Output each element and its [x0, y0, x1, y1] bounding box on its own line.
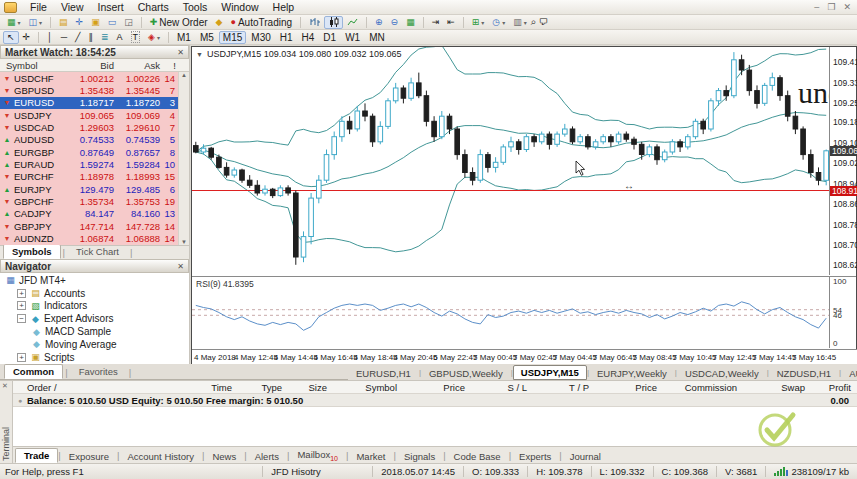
community-chat-icon[interactable]: 🗩	[539, 16, 549, 27]
menu-insert[interactable]: Insert	[91, 1, 131, 13]
tree-item-expert-advisors[interactable]: −◆Expert Advisors	[0, 312, 189, 325]
periods-dropdown-button[interactable]: ◷▾	[488, 16, 509, 29]
market-watch-close-icon[interactable]: ✕	[177, 48, 184, 57]
minimize-button[interactable]: –	[814, 2, 819, 12]
tree-item-accounts[interactable]: +▤Accounts	[0, 287, 189, 300]
timeframe-w1-button[interactable]: W1	[341, 31, 364, 44]
status-profile[interactable]: JFD Hisotry	[262, 466, 372, 477]
tree-item-scripts[interactable]: +▣Scripts	[0, 351, 189, 364]
terminal-column-commission[interactable]: Commission	[663, 382, 743, 393]
profiles-button[interactable]: ◫▾	[25, 16, 47, 29]
timeframe-m1-button[interactable]: M1	[173, 31, 195, 44]
terminal-tab-exposure[interactable]: Exposure	[61, 450, 117, 463]
fibonacci-tool-button[interactable]: ≣	[97, 31, 113, 44]
chart-tab-eurusd-h1[interactable]: EURUSD,H1	[348, 366, 419, 380]
terminal-close-icon[interactable]: ✕	[2, 382, 8, 390]
market-watch-row-gbpchf[interactable]: ▼GBPCHF1.357341.3575319	[0, 195, 189, 207]
terminal-column-type[interactable]: Type	[238, 382, 288, 393]
data-window-toggle-button[interactable]: ✛	[72, 16, 88, 29]
market-watch-row-cadjpy[interactable]: ▲CADJPY84.14784.16013	[0, 208, 189, 220]
text-tool-button[interactable]: A	[113, 31, 127, 44]
one-click-trading-icon[interactable]: ▼	[196, 51, 203, 58]
timeframe-m15-button[interactable]: M15	[219, 31, 246, 44]
market-watch-toggle-button[interactable]: ▤	[55, 16, 72, 29]
menu-charts[interactable]: Charts	[131, 1, 176, 13]
timeframe-d1-button[interactable]: D1	[319, 31, 340, 44]
chart-window[interactable]: ▼ USDJPY,M15 109.034 109.080 109.032 109…	[191, 46, 857, 364]
horizontal-line-tool-button[interactable]: ─	[57, 31, 71, 44]
chart-tab-nzdusd-h1[interactable]: NZDUSD,H1	[769, 366, 839, 380]
auto-scroll-button[interactable]: ⇥	[428, 16, 444, 29]
terminal-tab-news[interactable]: News	[204, 450, 244, 463]
tree-item-macd-sample[interactable]: ◆MACD Sample	[0, 325, 189, 338]
market-watch-row-usdcad[interactable]: ▼USDCAD1.296031.296107	[0, 121, 189, 133]
terminal-column-t-p[interactable]: T / P	[533, 382, 595, 393]
tree-item-jfd-mt4-[interactable]: ▦JFD MT4+	[0, 274, 189, 287]
market-watch-row-eurjpy[interactable]: ▲EURJPY129.479129.4856	[0, 183, 189, 195]
navigator-toggle-button[interactable]: ▣	[87, 16, 104, 29]
menu-view[interactable]: View	[54, 1, 91, 13]
market-watch-scrollbar[interactable]: ▲▼	[178, 72, 189, 245]
market-watch-row-eurgbp[interactable]: ▲EURGBP0.876490.876578	[0, 146, 189, 158]
terminal-tab-mailbox[interactable]: Mailbox10	[289, 448, 346, 463]
timeframe-h1-button[interactable]: H1	[276, 31, 297, 44]
tab-common[interactable]: Common	[4, 364, 63, 379]
indicators-dropdown-button[interactable]: ⊞▾	[468, 16, 489, 29]
terminal-column-profit[interactable]: Profit	[811, 382, 857, 393]
market-watch-row-eurchf[interactable]: ▼EURCHF1.189781.1899315	[0, 171, 189, 183]
tab-tick-chart[interactable]: Tick Chart	[67, 244, 128, 259]
navigator-close-icon[interactable]: ✕	[177, 262, 184, 271]
market-watch-row-audusd[interactable]: ▲AUDUSD0.745330.745395	[0, 134, 189, 146]
chart-tab-usdcad-weekly[interactable]: USDCAD,Weekly	[677, 366, 767, 380]
terminal-column-price[interactable]: Price	[595, 382, 663, 393]
column-bid[interactable]: Bid	[62, 60, 114, 71]
menu-tools[interactable]: Tools	[176, 1, 215, 13]
tile-windows-button[interactable]: ▦	[402, 16, 419, 29]
strategy-tester-toggle-button[interactable]: ◲	[120, 16, 137, 29]
market-watch-row-audnzd[interactable]: ▼AUDNZD1.068741.0688814	[0, 232, 189, 244]
trendline-tool-button[interactable]: ╱	[71, 31, 84, 44]
autotrading-button[interactable]: ●AutoTrading	[227, 16, 297, 29]
new-order-button[interactable]: ✚New Order	[146, 16, 212, 29]
tab-symbols[interactable]: Symbols	[3, 244, 61, 259]
tab-favorites[interactable]: Favorites	[70, 364, 127, 379]
terminal-column-order-[interactable]: Order /	[13, 382, 153, 393]
expand-icon[interactable]: +	[17, 289, 26, 298]
zoom-in-button[interactable]: ⊕	[371, 16, 387, 29]
menu-window[interactable]: Window	[214, 1, 265, 13]
market-watch-row-usdjpy[interactable]: ▼USDJPY109.065109.0694	[0, 109, 189, 121]
chart-tab-audusd-m1[interactable]: AUDUSD,M1	[841, 366, 857, 380]
column-symbol[interactable]: Symbol	[0, 60, 62, 71]
metaeditor-button[interactable]: ◆	[212, 16, 227, 29]
market-watch-row-usdchf[interactable]: ▼USDCHF1.002121.0022614	[0, 72, 189, 84]
chart-shift-button[interactable]: ⇤	[443, 16, 459, 29]
column-spread[interactable]: !	[160, 60, 178, 71]
menu-file[interactable]: File	[23, 1, 54, 13]
terminal-column-swap[interactable]: Swap	[743, 382, 811, 393]
terminal-tab-trade[interactable]: Trade	[15, 448, 58, 463]
expand-icon[interactable]: +	[17, 353, 26, 362]
zoom-out-button[interactable]: ⊖	[387, 16, 403, 29]
market-watch-row-euraud[interactable]: ▲EURAUD1.592741.5928410	[0, 158, 189, 170]
terminal-toggle-button[interactable]: ▭	[104, 16, 121, 29]
channel-tool-button[interactable]: ∥	[85, 31, 98, 44]
vertical-line-tool-button[interactable]: │	[43, 31, 57, 44]
search-icon[interactable]: ⌕	[531, 16, 536, 27]
rsi-subwindow[interactable]: RSI(9) 41.8395	[192, 276, 830, 348]
terminal-tab-alerts[interactable]: Alerts	[247, 450, 287, 463]
expand-icon[interactable]: +	[17, 301, 26, 310]
terminal-tab-journal[interactable]: Journal	[562, 450, 609, 463]
terminal-column-size[interactable]: Size	[288, 382, 333, 393]
scroll-down-icon[interactable]: ▼	[181, 239, 187, 245]
chart-tab-eurjpy-weekly[interactable]: EURJPY,Weekly	[589, 366, 675, 380]
terminal-tab-market[interactable]: Market	[348, 450, 393, 463]
candlestick-plot[interactable]: undefined↔	[192, 47, 830, 275]
terminal-tab-signals[interactable]: Signals	[396, 450, 443, 463]
bar-chart-mode-button[interactable]	[305, 16, 324, 29]
column-ask[interactable]: Ask	[114, 60, 160, 71]
terminal-column-time[interactable]: Time	[153, 382, 238, 393]
market-watch-row-eurusd[interactable]: ▼EURUSD1.187171.187203	[0, 97, 189, 109]
cursor-tool-button[interactable]: ↖	[3, 31, 19, 44]
close-button[interactable]: ✕	[843, 2, 851, 12]
scroll-up-icon[interactable]: ▲	[181, 72, 187, 78]
